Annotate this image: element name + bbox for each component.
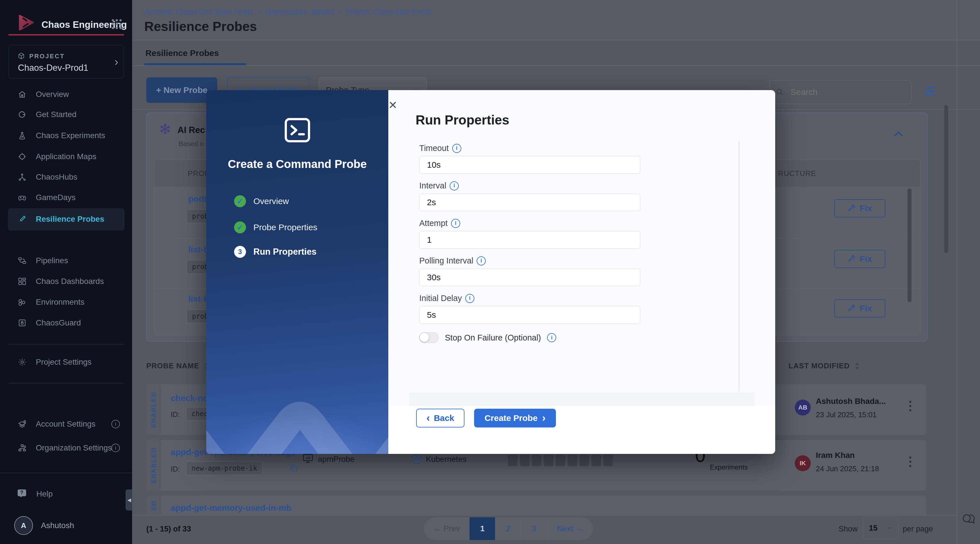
probe-id-chip: new-apm-probe-ik <box>186 461 262 475</box>
sidebar-item-organization-settings[interactable]: Organization Settings <box>18 442 112 454</box>
sidebar-item-chaosguard[interactable]: ChaosGuard <box>18 317 81 329</box>
info-icon[interactable]: i <box>477 256 486 265</box>
copy-icon[interactable] <box>289 463 299 473</box>
column-header-probe-name[interactable]: PROBE NAME <box>146 362 209 370</box>
close-icon[interactable]: ✕ <box>388 100 775 110</box>
status-badge: ED <box>146 496 161 515</box>
per-page-label: per page <box>903 525 933 533</box>
create-label: Create Probe <box>485 413 538 423</box>
avatar: IK <box>795 455 811 471</box>
chevron-up-icon[interactable] <box>893 129 904 137</box>
inner-scrollbar[interactable] <box>908 188 912 302</box>
page-1-button[interactable]: 1 <box>469 517 495 540</box>
prev-button[interactable]: ← Prev <box>424 524 469 533</box>
content-scrollbar[interactable] <box>944 105 948 253</box>
wizard-step-overview[interactable]: ✓ Overview <box>234 195 289 207</box>
probe-type: apmProbe <box>318 455 355 464</box>
page-2-button[interactable]: 2 <box>495 517 521 540</box>
sidebar-user[interactable]: A Ashutosh <box>14 516 74 535</box>
avatar-initials: AB <box>798 404 807 411</box>
sidebar-item-overview[interactable]: Overview <box>18 88 69 101</box>
timeout-input[interactable] <box>419 156 640 174</box>
wrench-icon <box>848 255 856 263</box>
wizard-step-probe-properties[interactable]: ✓ Probe Properties <box>234 222 317 233</box>
info-icon[interactable]: i <box>111 420 120 428</box>
sidebar-item-application-maps[interactable]: Application Maps <box>18 150 96 163</box>
sidebar: Chaos Engineering PROJECT Chaos-Dev-Prod… <box>0 0 132 544</box>
fix-button[interactable]: Fix <box>834 199 885 217</box>
chevron-down-icon <box>886 525 893 531</box>
terminal-icon <box>283 117 311 143</box>
sidebar-item-pipelines[interactable]: Pipelines <box>18 254 68 267</box>
home-icon <box>18 90 27 99</box>
sidebar-item-label: Account Settings <box>36 420 95 429</box>
support-chat-icon[interactable] <box>961 512 976 527</box>
page-title: Resilience Probes <box>144 19 257 34</box>
fix-button[interactable]: Fix <box>834 250 885 268</box>
sidebar-item-resilience-probes[interactable]: Resilience Probes <box>18 213 104 225</box>
run-history <box>508 455 613 466</box>
info-icon[interactable]: i <box>465 294 474 303</box>
sidebar-item-get-started[interactable]: Get Started <box>18 108 76 121</box>
stop-on-failure-row: Stop On Failure (Optional) i <box>419 332 556 343</box>
sort-icon <box>854 362 860 370</box>
module-grid-icon[interactable] <box>110 18 123 31</box>
fix-button[interactable]: Fix <box>834 299 885 317</box>
table-row[interactable]: ED appd-get-memory-used-in-mb <box>146 496 926 515</box>
attempt-input[interactable] <box>419 231 640 249</box>
page-size-select[interactable]: 15 <box>863 517 899 539</box>
search-input[interactable] <box>790 87 899 97</box>
info-icon[interactable]: i <box>450 181 459 190</box>
breadcrumb-separator: › <box>338 7 341 16</box>
page-header <box>132 0 980 40</box>
sidebar-item-chaos-dashboards[interactable]: Chaos Dashboards <box>18 275 104 288</box>
kebab-menu-icon[interactable] <box>909 401 911 411</box>
info-icon[interactable]: i <box>452 144 461 153</box>
interval-input[interactable] <box>419 193 640 211</box>
breadcrumb-project[interactable]: Project: Chaos-Dev-Prod1 <box>345 7 431 16</box>
tab-active-underline <box>144 63 246 65</box>
wrench-icon <box>848 204 856 212</box>
sidebar-divider <box>8 344 124 345</box>
sidebar-item-chaoshubs[interactable]: ChaosHubs <box>18 171 77 183</box>
info-icon[interactable]: i <box>111 443 120 452</box>
form-scroll-track[interactable] <box>738 141 740 391</box>
initial-delay-input[interactable] <box>419 306 640 324</box>
project-selector[interactable]: PROJECT Chaos-Dev-Prod1 › <box>8 45 124 78</box>
gamepad-icon <box>18 193 27 202</box>
sidebar-item-account-settings[interactable]: Account Settings <box>18 418 95 430</box>
modified-date: 23 Jul 2025, 15:01 <box>816 410 877 419</box>
sidebar-divider <box>0 473 132 473</box>
breadcrumb-org[interactable]: Organization: default <box>265 7 334 16</box>
stop-on-failure-toggle[interactable] <box>419 332 439 343</box>
breadcrumb-account[interactable]: Account: Chaos Dev Team Prod1 <box>144 7 253 16</box>
status-text: ED <box>150 500 158 511</box>
polling-interval-input[interactable] <box>419 269 640 286</box>
filter-icon[interactable] <box>923 83 937 101</box>
probe-name-link[interactable]: appd-get-memory-used-in-mb <box>171 503 291 513</box>
tab-resilience-probes[interactable]: Resilience Probes <box>145 48 219 58</box>
column-header-last-modified[interactable]: LAST MODIFIED <box>789 362 860 370</box>
create-probe-button[interactable]: Create Probe › <box>474 409 556 428</box>
back-button[interactable]: ‹ Back <box>416 409 465 428</box>
sidebar-item-label: Overview <box>36 90 69 99</box>
sidebar-item-chaos-experiments[interactable]: Chaos Experiments <box>18 129 105 142</box>
new-probe-label: + New Probe <box>156 85 208 95</box>
page-3-button[interactable]: 3 <box>521 517 547 540</box>
infrastructure: Kubernetes <box>426 455 466 464</box>
info-icon[interactable]: i <box>547 333 556 342</box>
sidebar-item-label: Help <box>37 490 53 499</box>
kebab-menu-icon[interactable] <box>909 456 911 467</box>
sidebar-item-project-settings[interactable]: Project Settings <box>18 356 91 369</box>
next-button[interactable]: Next → <box>547 517 593 540</box>
dashboard-icon <box>18 277 27 286</box>
search-box[interactable] <box>769 80 911 104</box>
info-icon[interactable]: i <box>451 219 460 228</box>
tab-label: Resilience Probes <box>145 48 219 58</box>
probe-name-link[interactable]: check-nol <box>171 393 210 403</box>
sidebar-item-help[interactable]: ? Help <box>18 488 53 500</box>
modified-by: Iram Khan <box>816 451 855 460</box>
wizard-step-run-properties[interactable]: 3 Run Properties <box>234 246 317 258</box>
sidebar-item-environments[interactable]: Environments <box>18 296 84 308</box>
sidebar-item-gamedays[interactable]: GameDays <box>18 191 76 204</box>
